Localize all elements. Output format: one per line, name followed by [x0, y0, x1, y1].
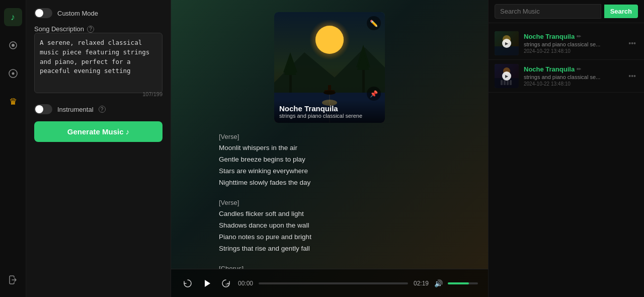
logout-icon[interactable]	[4, 271, 22, 289]
track-item[interactable]: ▶ Noche Tranquila ✏ strings and piano cl…	[489, 27, 644, 60]
search-bar: Search	[489, 0, 644, 23]
svg-marker-21	[205, 280, 210, 287]
svg-point-3	[12, 72, 14, 75]
instrumental-toggle[interactable]	[34, 104, 52, 114]
player-bar: 15 00:00 02:19 🔊	[171, 269, 488, 297]
lyrics-line: Nighttime slowly fades the day	[219, 177, 440, 189]
lyrics-tag-verse2: [Verse]	[219, 199, 440, 206]
svg-point-1	[12, 44, 15, 47]
song-description-label: Song Description ?	[34, 25, 163, 33]
thumb-play-2[interactable]: ▶	[495, 64, 519, 88]
svg-text:15: 15	[225, 283, 229, 286]
track-list: ▶ Noche Tranquila ✏ strings and piano cl…	[489, 23, 644, 297]
track-thumbnail-1: ▶	[495, 31, 519, 55]
track-name-2: Noche Tranquila	[524, 65, 575, 73]
main-content: Noche Tranquila strings and piano classi…	[171, 0, 488, 297]
disc-icon[interactable]	[4, 64, 22, 83]
lyrics-line: Shadows dance upon the wall	[219, 220, 440, 232]
track-desc-2: strings and piano classical se...	[524, 74, 621, 80]
rewind-button[interactable]	[181, 277, 194, 290]
edit-cover-icon[interactable]: ✏️	[367, 16, 381, 30]
waveform-icon[interactable]	[4, 36, 22, 54]
track-meta-2: Noche Tranquila ✏ strings and piano clas…	[524, 65, 621, 87]
lyrics-section-verse1: [Verse] Moonlit whispers in the air Gent…	[219, 133, 440, 189]
thumb-play-1[interactable]: ▶	[495, 31, 519, 55]
lyrics-line: Stars are winking everywhere	[219, 166, 440, 177]
pin-cover-icon[interactable]: 📌	[367, 87, 381, 101]
total-time: 02:19	[413, 280, 429, 287]
track-edit-icon-2[interactable]: ✏	[577, 66, 581, 72]
track-desc-1: strings and piano classical se...	[524, 41, 621, 47]
track-more-icon-1[interactable]: •••	[626, 37, 638, 49]
custom-mode-toggle[interactable]	[34, 8, 52, 18]
track-edit-icon-1[interactable]: ✏	[577, 33, 581, 40]
generate-music-button[interactable]: Generate Music ♪	[34, 121, 163, 142]
lyrics-line: Candles flicker soft and light	[219, 208, 440, 220]
right-panel: Search	[488, 0, 644, 297]
track-title-overlay: Noche Tranquila	[279, 104, 380, 113]
instrumental-label: Instrumental	[57, 106, 94, 113]
track-meta-1: Noche Tranquila ✏ strings and piano clas…	[524, 33, 621, 54]
svg-point-7	[315, 26, 344, 54]
lyrics-section-chorus: [Chorus] Hearts aligned in silent song D…	[219, 265, 440, 269]
lyrics-tag-verse1: [Verse]	[219, 133, 440, 140]
main-scroll: Noche Tranquila strings and piano classi…	[171, 0, 488, 269]
song-description-help-icon[interactable]: ?	[87, 26, 94, 33]
track-thumbnail-2: ▶	[495, 64, 519, 88]
song-description-textarea[interactable]	[34, 33, 163, 93]
track-subtitle-overlay: strings and piano classical serene	[279, 113, 380, 119]
custom-mode-row: Custom Mode	[34, 8, 163, 18]
forward-button[interactable]: 15	[219, 277, 232, 290]
volume-track[interactable]	[448, 282, 478, 284]
lyrics-container: [Verse] Moonlit whispers in the air Gent…	[219, 133, 440, 269]
music-note-icon[interactable]: ♪	[4, 8, 22, 26]
control-panel: Custom Mode Song Description ? 107/199 I…	[26, 0, 171, 297]
lyrics-section-verse2: [Verse] Candles flicker soft and light S…	[219, 199, 440, 255]
song-description-section: Song Description ? 107/199	[34, 25, 163, 97]
crown-icon[interactable]: ♛	[4, 93, 22, 111]
svg-point-20	[324, 91, 336, 95]
track-name-1: Noche Tranquila	[524, 33, 575, 40]
volume-fill	[448, 282, 469, 284]
track-date-2: 2024-10-22 13:48:10	[524, 81, 621, 87]
lyrics-line: Strings that rise and gently fall	[219, 243, 440, 255]
current-time: 00:00	[237, 280, 254, 287]
custom-mode-label: Custom Mode	[57, 10, 98, 17]
left-sidebar: ♪ ♛	[0, 0, 26, 297]
search-input[interactable]	[495, 4, 601, 19]
search-button[interactable]: Search	[604, 5, 638, 18]
album-cover-wrapper: Noche Tranquila strings and piano classi…	[274, 12, 385, 123]
track-info-overlay: Noche Tranquila strings and piano classi…	[274, 100, 385, 123]
track-more-icon-2[interactable]: •••	[626, 70, 638, 82]
track-date-1: 2024-10-22 13:48:10	[524, 48, 621, 54]
lyrics-line: Gentle breeze begins to play	[219, 154, 440, 166]
lyrics-line: Moonlit whispers in the air	[219, 142, 440, 154]
album-cover: Noche Tranquila strings and piano classi…	[274, 12, 385, 123]
instrumental-row: Instrumental ?	[34, 104, 163, 114]
volume-icon[interactable]: 🔊	[434, 279, 443, 287]
progress-track[interactable]	[259, 282, 408, 284]
play-button[interactable]	[199, 276, 214, 291]
lyrics-line: Piano notes so pure and bright	[219, 232, 440, 243]
instrumental-help-icon[interactable]: ?	[99, 106, 106, 113]
lyrics-tag-chorus: [Chorus]	[219, 265, 440, 269]
track-item-2[interactable]: ▶ Noche Tranquila ✏ strings and piano cl…	[489, 60, 644, 93]
